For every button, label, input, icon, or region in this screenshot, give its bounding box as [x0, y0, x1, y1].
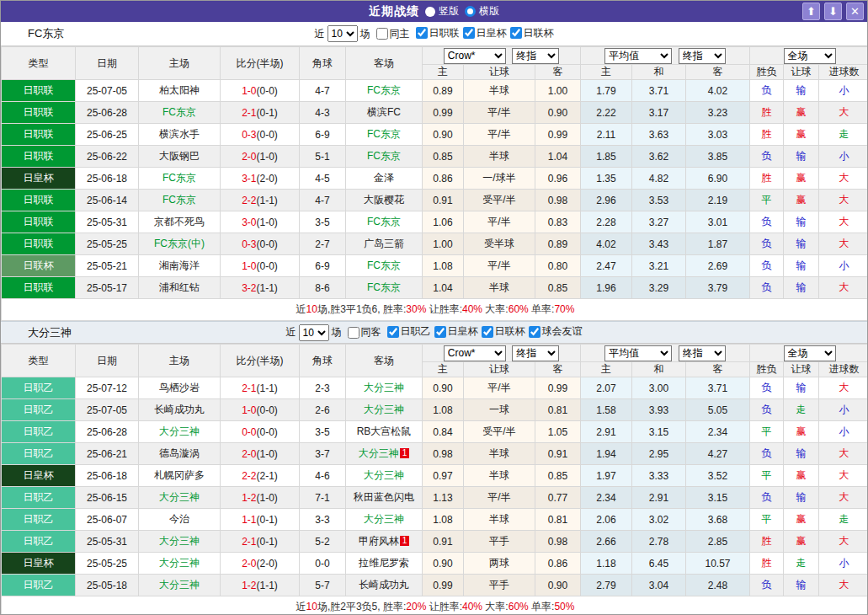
league-checkbox[interactable]: 日职联	[416, 26, 460, 40]
scope-select[interactable]: 全场	[784, 345, 836, 361]
avg-home-odds: 2.11	[581, 124, 632, 146]
team-label: 横滨FC	[367, 106, 401, 118]
home-team-cell: 札幌冈萨多	[139, 465, 221, 487]
team-label: FC东京	[367, 259, 401, 271]
crow-away-odds: 0.98	[535, 531, 581, 553]
away-team-cell: 大分三神	[346, 509, 423, 531]
league-checkbox[interactable]: 日联杯	[482, 324, 525, 339]
league-checkbox[interactable]: 球会友谊	[529, 324, 583, 339]
match-row: 日职联25-06-14FC东京2-2(1-1)4-7大阪樱花0.91受平/半0.…	[2, 190, 868, 211]
match-count-select[interactable]: 10	[299, 324, 329, 341]
team-label: 大分三神	[159, 425, 200, 437]
result-cell: 负	[750, 277, 784, 299]
score-cell: 0-3(0-0)	[221, 233, 300, 255]
home-team-cell: 大分三神	[139, 531, 221, 553]
same-venue-checkbox[interactable]: 同主	[376, 27, 410, 41]
crow-away-odds: 0.85	[535, 277, 581, 299]
crow-home-odds: 0.85	[423, 146, 464, 168]
avg-home-odds: 2.79	[581, 575, 632, 596]
team-label: 拉维尼罗索	[359, 557, 409, 569]
team-label: FC东京	[367, 128, 401, 140]
col-date: 日期	[76, 47, 139, 80]
crow-handicap: 两球	[464, 553, 535, 575]
league-filter-group: 日职联日皇杯日联杯	[413, 26, 554, 42]
handicap-result-cell: 赢	[784, 531, 819, 553]
same-venue-checkbox[interactable]: 同客	[348, 325, 381, 340]
radio-unselected-icon[interactable]	[425, 7, 435, 17]
col-home: 主场	[139, 47, 221, 80]
away-team-cell: FC东京	[346, 211, 423, 233]
avg-away-odds: 2.48	[686, 575, 750, 596]
col-odds-home: 主	[423, 65, 464, 80]
score-cell: 2-2(2-1)	[221, 465, 300, 487]
date-cell: 25-06-18	[76, 465, 139, 487]
away-team-cell: 长崎成功丸	[346, 575, 423, 596]
avg-home-odds: 2.91	[581, 421, 632, 443]
avg-home-odds: 2.66	[581, 531, 632, 553]
avg-time-select[interactable]: 终指	[679, 345, 726, 361]
close-button[interactable]: ✕	[846, 3, 864, 20]
corner-cell: 3-3	[300, 509, 346, 531]
avg-draw-odds: 3.00	[632, 377, 686, 399]
odds-time-select[interactable]: 终指	[512, 48, 559, 64]
team-label: 横滨水手	[159, 128, 200, 140]
crow-away-odds: 0.80	[535, 255, 581, 277]
crow-handicap: 受平/半	[464, 190, 535, 211]
odds-time-select[interactable]: 终指	[512, 345, 559, 361]
crow-handicap: 平/半	[464, 102, 535, 124]
team-label: 大分三神	[364, 382, 404, 393]
league-checkbox[interactable]: 日皇杯	[434, 324, 478, 339]
avg-source-select[interactable]: 平均值	[604, 48, 672, 64]
crow-home-odds: 0.90	[423, 377, 464, 399]
result-cell: 平	[750, 509, 784, 531]
summary-row: 近10场,胜3平1负6, 胜率:30% 让胜率:40% 大率:60% 单率:70…	[2, 299, 868, 321]
layout-radio-horizontal[interactable]: 横版	[465, 4, 499, 19]
match-count-select[interactable]: 10	[327, 25, 358, 42]
crow-away-odds: 0.81	[535, 509, 581, 531]
corner-cell: 2-7	[300, 233, 346, 255]
handicap-result-cell: 赢	[784, 421, 819, 443]
avg-draw-odds: 3.53	[632, 190, 686, 211]
team-label: 湘南海洋	[159, 259, 200, 271]
score-cell: 3-1(2-0)	[221, 168, 300, 190]
window-title: 近期战绩	[369, 4, 419, 19]
crow-home-odds: 0.90	[423, 553, 464, 575]
avg-away-odds: 3.79	[686, 277, 750, 299]
odds-source-select[interactable]: Crow*	[444, 48, 506, 64]
handicap-result-cell: 走	[784, 553, 819, 575]
scope-select[interactable]: 全场	[784, 48, 836, 64]
avg-draw-odds: 3.15	[632, 421, 686, 443]
match-row: 日职联25-05-25FC东京(中)0-3(0-0)2-7广岛三箭1.00受半球…	[2, 233, 868, 255]
crow-handicap: 平手	[464, 575, 535, 596]
avg-away-odds: 2.69	[686, 255, 750, 277]
radio-selected-icon[interactable]	[465, 6, 476, 17]
crow-away-odds: 0.85	[535, 465, 581, 487]
avg-away-odds: 5.05	[686, 399, 750, 421]
odds-source-select[interactable]: Crow*	[444, 345, 506, 361]
home-team-cell: 柏太阳神	[139, 80, 221, 102]
date-cell: 25-05-21	[76, 255, 139, 277]
league-checkbox[interactable]: 日联杯	[510, 26, 554, 40]
col-goals-result: 进球数	[819, 362, 868, 377]
move-down-button[interactable]: ⬇	[824, 3, 842, 20]
home-team-cell: 浦和红钻	[139, 277, 221, 299]
away-team-cell: 大分三神	[346, 399, 423, 421]
avg-draw-odds: 3.21	[632, 255, 686, 277]
crow-home-odds: 1.13	[423, 487, 464, 509]
score-cell: 2-1(1-1)	[221, 377, 300, 399]
league-badge: 日职乙	[2, 531, 76, 553]
league-badge: 日皇杯	[2, 465, 76, 487]
avg-draw-odds: 3.04	[632, 575, 686, 596]
team-label: FC东京	[367, 84, 401, 96]
layout-radio-vertical[interactable]: 竖版	[425, 4, 459, 19]
move-up-button[interactable]: ⬆	[802, 3, 820, 20]
league-badge: 日职联	[2, 124, 76, 146]
avg-source-select[interactable]: 平均值	[604, 345, 672, 361]
league-checkbox[interactable]: 日职乙	[387, 324, 431, 339]
result-cell: 负	[750, 146, 784, 168]
match-row: 日职乙25-07-12鸟栖沙岩2-1(1-1)2-3大分三神0.90平/半0.9…	[2, 377, 868, 399]
goals-result-cell: 大	[819, 168, 868, 190]
crow-handicap: 半球	[464, 465, 535, 487]
league-checkbox[interactable]: 日皇杯	[463, 26, 507, 40]
avg-time-select[interactable]: 终指	[679, 48, 726, 64]
